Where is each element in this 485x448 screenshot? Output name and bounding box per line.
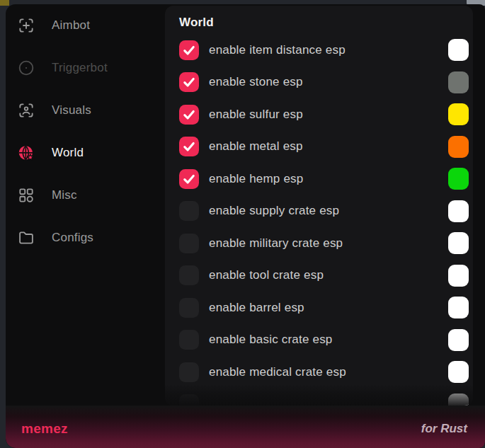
setting-label: enable medical crate esp: [209, 365, 346, 379]
sidebar-item-label: Misc: [52, 188, 77, 202]
sidebar-item-label: Visuals: [52, 103, 91, 117]
checkbox-unchecked[interactable]: [179, 234, 199, 253]
color-swatch[interactable]: [448, 103, 469, 125]
setting-label: enable barrel esp: [209, 301, 304, 315]
color-swatch[interactable]: [448, 71, 469, 93]
sidebar-item-label: Aimbot: [52, 18, 90, 33]
checkbox-checked[interactable]: [179, 137, 199, 156]
setting-row: enable tool crate esp: [165, 260, 473, 292]
checkbox-checked[interactable]: [179, 105, 199, 125]
sidebar-item-world[interactable]: World: [6, 139, 165, 167]
color-swatch[interactable]: [448, 168, 469, 190]
checkbox-unchecked[interactable]: [179, 362, 199, 382]
setting-row-partial: [165, 389, 473, 406]
color-swatch[interactable]: [448, 394, 469, 406]
setting-label: enable stone esp: [209, 75, 303, 89]
setting-row: enable medical crate esp: [165, 356, 473, 389]
setting-row: enable metal esp: [165, 131, 473, 163]
color-swatch[interactable]: [448, 200, 469, 222]
setting-label: enable basic crate esp: [209, 333, 333, 347]
cheat-menu-window: AimbotTriggerbotVisualsWorldMiscConfigs …: [6, 4, 485, 448]
setting-label: enable sulfur esp: [209, 108, 303, 122]
setting-row: enable military crate esp: [165, 227, 473, 260]
sidebar-item-triggerbot[interactable]: Triggerbot: [6, 54, 165, 82]
color-swatch[interactable]: [448, 329, 469, 351]
setting-label: enable hemp esp: [209, 172, 303, 186]
content-panel: World enable item distance espenable sto…: [165, 6, 473, 406]
setting-label: enable military crate esp: [209, 236, 343, 251]
color-swatch[interactable]: [448, 39, 469, 61]
setting-label: enable supply crate esp: [209, 204, 339, 218]
color-swatch[interactable]: [448, 297, 469, 318]
desktop-artifact-left: [0, 0, 9, 6]
sidebar-item-label: World: [52, 146, 84, 160]
checkbox-unchecked[interactable]: [179, 330, 199, 350]
setting-row: enable sulfur esp: [165, 98, 473, 131]
setting-label: enable metal esp: [209, 139, 303, 154]
setting-row: enable hemp esp: [165, 163, 473, 195]
checkbox-unchecked[interactable]: [179, 201, 199, 221]
brand-label: memez: [21, 421, 68, 437]
color-swatch[interactable]: [448, 136, 469, 158]
visuals-scan-person-icon: [17, 101, 35, 120]
sidebar-item-label: Triggerbot: [52, 61, 108, 75]
panel-title: World: [179, 16, 214, 30]
setting-label: enable item distance esp: [209, 43, 346, 57]
checkbox-checked[interactable]: [179, 40, 199, 60]
color-swatch[interactable]: [448, 361, 469, 383]
footer-bar: memez for Rust: [6, 406, 485, 448]
setting-row: enable stone esp: [165, 67, 473, 99]
setting-label: enable tool crate esp: [209, 268, 324, 282]
sidebar-item-aimbot[interactable]: Aimbot: [6, 11, 165, 40]
sidebar-nav: AimbotTriggerbotVisualsWorldMiscConfigs: [6, 4, 165, 406]
checkbox-unchecked[interactable]: [179, 394, 199, 406]
checkbox-checked[interactable]: [179, 72, 199, 92]
setting-row: enable basic crate esp: [165, 324, 473, 357]
setting-row: enable barrel esp: [165, 292, 473, 324]
world-globe-star-icon: [17, 144, 35, 162]
settings-list: enable item distance espenable stone esp…: [165, 34, 473, 406]
misc-category-icon: [17, 186, 35, 205]
aimbot-scan-plus-icon: [17, 16, 35, 35]
configs-folder-icon: [17, 229, 35, 247]
setting-row: enable supply crate esp: [165, 195, 473, 228]
checkbox-unchecked[interactable]: [179, 265, 199, 285]
sidebar-item-configs[interactable]: Configs: [6, 224, 165, 252]
tagline-label: for Rust: [421, 422, 467, 436]
checkbox-checked[interactable]: [179, 169, 199, 189]
color-swatch[interactable]: [448, 265, 469, 287]
color-swatch[interactable]: [448, 232, 469, 254]
checkbox-unchecked[interactable]: [179, 298, 199, 318]
sidebar-item-label: Configs: [52, 231, 93, 245]
sidebar-item-misc[interactable]: Misc: [6, 181, 165, 209]
triggerbot-target-icon: [17, 59, 35, 77]
sidebar-item-visuals[interactable]: Visuals: [6, 96, 165, 125]
setting-row: enable item distance esp: [165, 34, 473, 67]
